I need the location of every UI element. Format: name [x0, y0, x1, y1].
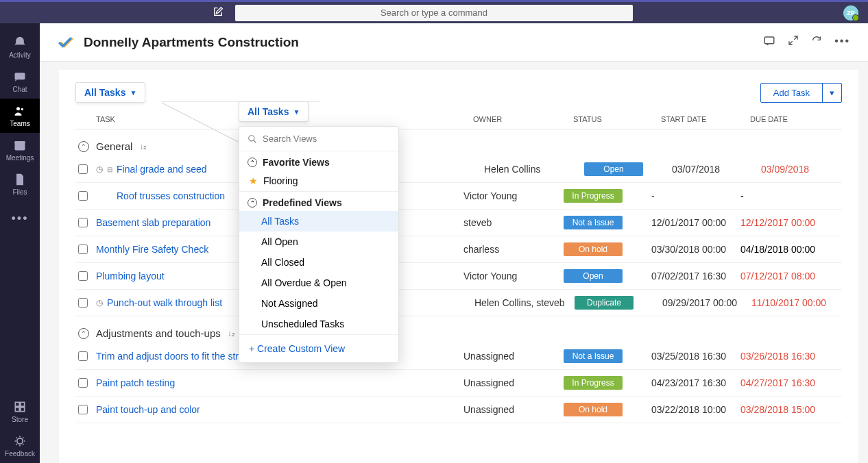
- col-status[interactable]: STATUS: [573, 115, 661, 123]
- row-checkbox[interactable]: [78, 164, 88, 174]
- task-owner: steveb: [463, 217, 564, 228]
- sort-icon[interactable]: ↓₂: [139, 142, 147, 151]
- view-dropdown-zoom[interactable]: All Tasks▼: [239, 101, 309, 122]
- task-row: ◷⊟Final grade and seedHelen CollinsOpen0…: [75, 156, 842, 183]
- group-header[interactable]: ⌃Adjustments and touch-ups↓₂: [75, 316, 842, 343]
- view-item[interactable]: All Open: [239, 232, 398, 252]
- rail-files[interactable]: Files: [0, 167, 40, 201]
- task-due: 03/28/2018 15:00: [740, 404, 842, 415]
- svg-rect-10: [764, 37, 774, 44]
- row-checkbox[interactable]: [78, 405, 88, 414]
- predefined-views-header[interactable]: ⌃Predefined Views: [239, 191, 398, 211]
- chat-panel-icon[interactable]: [763, 35, 775, 50]
- rail-feedback[interactable]: Feedback: [0, 429, 40, 463]
- collapse-toggle-icon: ⌃: [248, 198, 257, 208]
- task-start: 07/02/2017 16:30: [651, 271, 740, 281]
- rail-teams[interactable]: Teams: [0, 99, 40, 133]
- collapse-toggle-icon: ⌃: [78, 328, 89, 339]
- task-due: 07/12/2017 08:00: [740, 271, 842, 281]
- view-item[interactable]: Not Assigned: [239, 293, 398, 314]
- task-start: 04/23/2017 16:30: [651, 377, 740, 388]
- add-task-button[interactable]: Add Task ▾: [760, 83, 842, 103]
- view-item[interactable]: All Closed: [239, 252, 398, 273]
- task-status: Open: [584, 162, 672, 176]
- task-owner: Unassigned: [463, 351, 564, 362]
- task-due: -: [740, 190, 842, 201]
- task-row: Basement slab preparationstevebNot a Iss…: [75, 210, 842, 236]
- task-row: Paint patch testingUnassignedIn Progress…: [75, 370, 842, 397]
- task-link[interactable]: Paint touch-up and color: [96, 404, 463, 415]
- task-start: -: [651, 190, 740, 201]
- collapse-icon[interactable]: [788, 35, 799, 50]
- task-start: 09/29/2017 00:00: [662, 297, 751, 308]
- row-checkbox[interactable]: [78, 271, 88, 281]
- task-owner: Helen Collins: [484, 164, 584, 175]
- favorite-views-header[interactable]: ⌃Favorite Views: [239, 151, 398, 171]
- view-item-flooring[interactable]: Flooring: [239, 171, 398, 191]
- task-link[interactable]: Paint patch testing: [96, 377, 463, 388]
- command-search[interactable]: Search or type a command: [235, 5, 633, 21]
- task-owner: charless: [463, 244, 564, 255]
- app-logo-icon: [58, 34, 75, 51]
- row-checkbox[interactable]: [78, 191, 88, 201]
- row-checkbox[interactable]: [78, 218, 88, 227]
- svg-point-9: [17, 438, 23, 444]
- chevron-down-icon[interactable]: ▾: [823, 84, 841, 102]
- task-start: 12/01/2017 00:00: [651, 217, 740, 228]
- group-name: Adjustments and touch-ups: [96, 327, 221, 339]
- task-row: Monthly Fire Safety CheckcharlessOn hold…: [75, 236, 842, 263]
- view-dropdown[interactable]: All Tasks ▼: [75, 82, 145, 103]
- compose-icon[interactable]: [213, 6, 224, 20]
- group-header[interactable]: ⌃General↓₂: [75, 129, 842, 156]
- task-status: Not a Issue: [564, 349, 651, 363]
- rail-activity[interactable]: Activity: [0, 30, 40, 64]
- views-search[interactable]: [239, 127, 398, 151]
- task-due: 12/12/2017 00:00: [740, 217, 842, 228]
- rail-chat[interactable]: Chat: [0, 64, 40, 99]
- create-custom-view[interactable]: + Create Custom View: [239, 334, 398, 362]
- task-row: Roof trusses constructionVictor YoungIn …: [75, 183, 842, 210]
- app-rail: Activity Chat Teams Meetings Files ••• S…: [0, 23, 40, 463]
- row-checkbox[interactable]: [78, 351, 88, 361]
- col-start[interactable]: START DATE: [661, 115, 750, 123]
- view-item[interactable]: Unscheduled Tasks: [239, 314, 398, 334]
- task-start: 03/22/2018 10:00: [651, 404, 740, 415]
- view-item[interactable]: All Tasks: [239, 211, 398, 232]
- col-due[interactable]: DUE DATE: [750, 115, 842, 123]
- svg-point-1: [16, 107, 20, 110]
- task-row: Plumbing layoutVictor YoungOpen07/02/201…: [75, 263, 842, 290]
- rail-more[interactable]: •••: [0, 201, 40, 236]
- row-checkbox[interactable]: [78, 298, 88, 308]
- svg-point-13: [249, 135, 254, 140]
- clock-icon: ◷: [96, 164, 103, 174]
- task-owner: Unassigned: [463, 377, 564, 388]
- collapse-toggle-icon: ⌃: [78, 141, 89, 152]
- task-status: Not a Issue: [564, 216, 651, 229]
- rail-store[interactable]: Store: [0, 395, 40, 429]
- view-item[interactable]: All Overdue & Open: [239, 273, 398, 293]
- rail-meetings[interactable]: Meetings: [0, 133, 40, 167]
- project-title: Donnelly Apartments Construction: [84, 35, 299, 50]
- col-owner[interactable]: OWNER: [473, 115, 573, 123]
- task-due: 03/26/2018 16:30: [740, 351, 842, 362]
- row-checkbox[interactable]: [78, 378, 88, 388]
- task-start: 03/25/2018 16:30: [651, 351, 740, 362]
- svg-point-2: [21, 108, 23, 110]
- views-search-input[interactable]: [263, 134, 390, 144]
- task-panel: All Tasks ▼ Add Task ▾ All Tasks▼ ⌃Favor…: [59, 70, 858, 463]
- svg-rect-8: [21, 408, 25, 412]
- task-status: Duplicate: [575, 296, 662, 310]
- user-avatar[interactable]: ZP: [843, 5, 858, 21]
- task-due: 03/09/2018: [761, 164, 842, 175]
- column-headers: TASK OWNER STATUS START DATE DUE DATE: [75, 115, 842, 129]
- title-bar: Search or type a command ZP: [0, 0, 868, 23]
- sort-icon[interactable]: ↓₂: [228, 329, 235, 338]
- task-status: On hold: [564, 242, 651, 256]
- task-status: In Progress: [564, 376, 651, 390]
- row-checkbox[interactable]: [78, 245, 88, 254]
- views-popover: ⌃Favorite Views Flooring ⌃Predefined Vie…: [239, 126, 399, 363]
- refresh-icon[interactable]: [811, 35, 822, 50]
- task-due: 04/18/2018 00:00: [740, 244, 842, 255]
- svg-rect-5: [15, 402, 19, 406]
- more-icon[interactable]: •••: [834, 35, 850, 50]
